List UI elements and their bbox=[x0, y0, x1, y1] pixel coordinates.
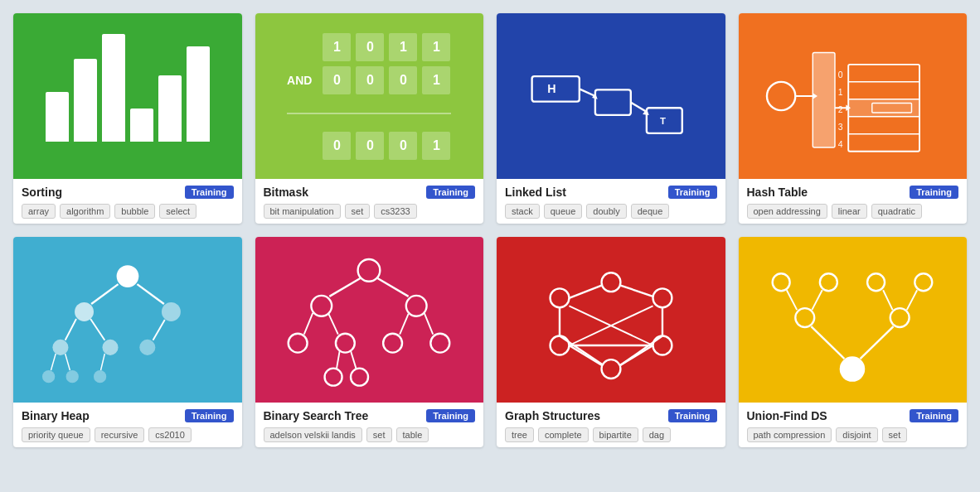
bitmask-r3c2: 0 bbox=[356, 132, 384, 160]
card-linked-list-footer: Linked List Training stack queue doubly … bbox=[497, 179, 725, 224]
bitmask-r2c2: 0 bbox=[356, 66, 384, 94]
tag-array[interactable]: array bbox=[22, 204, 56, 219]
tag-table[interactable]: table bbox=[396, 427, 429, 442]
svg-line-68 bbox=[620, 286, 653, 297]
card-graph-footer: Graph Structures Training tree complete … bbox=[497, 403, 725, 447]
bar-6 bbox=[187, 46, 210, 142]
tag-dag[interactable]: dag bbox=[643, 427, 671, 442]
card-sorting-title: Sorting bbox=[22, 186, 62, 199]
binary-heap-svg bbox=[25, 241, 230, 398]
card-bitmask[interactable]: 1 0 1 1 AND 0 0 0 1 0 0 0 1 bbox=[255, 13, 484, 224]
tag-quadratic[interactable]: quadratic bbox=[871, 204, 922, 219]
svg-line-90 bbox=[907, 290, 917, 310]
tag-priority-queue[interactable]: priority queue bbox=[22, 427, 90, 442]
tag-set2[interactable]: set bbox=[882, 427, 908, 442]
svg-line-54 bbox=[329, 314, 338, 335]
tag-bubble[interactable]: bubble bbox=[114, 204, 155, 219]
hash-table-svg: 0 1 2 3 4 bbox=[750, 22, 955, 171]
tag-recursive[interactable]: recursive bbox=[95, 427, 145, 442]
card-binary-heap-footer: Binary Heap Training priority queue recu… bbox=[13, 403, 242, 447]
card-union-find-badge: Training bbox=[910, 409, 958, 422]
svg-point-46 bbox=[406, 296, 427, 316]
tag-select[interactable]: select bbox=[159, 204, 196, 219]
tag-disjoint[interactable]: disjoint bbox=[836, 427, 877, 442]
svg-point-27 bbox=[116, 265, 138, 287]
card-graph[interactable]: Graph Structures Training tree complete … bbox=[497, 237, 725, 447]
tag-doubly[interactable]: doubly bbox=[586, 204, 626, 219]
svg-point-78 bbox=[840, 356, 866, 382]
tag-open-addressing[interactable]: open addressing bbox=[747, 204, 827, 219]
tag-algorithm[interactable]: algorithm bbox=[60, 204, 110, 219]
card-binary-heap-badge: Training bbox=[185, 409, 234, 422]
card-hash-table[interactable]: 0 1 2 3 4 Hash Table Training bbox=[739, 13, 968, 224]
svg-rect-10 bbox=[813, 53, 836, 147]
card-bitmask-tags: bit manipulation set cs3233 bbox=[264, 204, 476, 219]
svg-point-51 bbox=[383, 334, 402, 353]
svg-point-62 bbox=[601, 273, 620, 292]
card-graph-image bbox=[497, 237, 725, 403]
tag-path-compression[interactable]: path compression bbox=[747, 427, 832, 442]
card-hash-table-title: Hash Table bbox=[747, 186, 808, 199]
graph-svg bbox=[508, 241, 714, 398]
card-linked-list[interactable]: H T Linked List Training stack queue bbox=[497, 13, 725, 224]
svg-line-87 bbox=[787, 290, 797, 310]
tag-bit-manipulation[interactable]: bit manipulation bbox=[264, 204, 341, 219]
tag-bipartite[interactable]: bipartite bbox=[593, 427, 638, 442]
card-bst[interactable]: Binary Search Tree Training adelson vels… bbox=[255, 237, 484, 447]
svg-point-29 bbox=[162, 302, 181, 321]
svg-point-52 bbox=[431, 334, 450, 353]
svg-line-42 bbox=[65, 354, 70, 370]
bitmask-r3c3: 0 bbox=[389, 132, 417, 160]
bitmask-r3c1: 0 bbox=[323, 132, 351, 160]
tag-queue[interactable]: queue bbox=[544, 204, 583, 219]
tag-cs2010[interactable]: cs2010 bbox=[148, 427, 191, 442]
tag-avl[interactable]: adelson velskii landis bbox=[264, 427, 362, 442]
svg-point-32 bbox=[52, 340, 68, 355]
card-linked-list-badge: Training bbox=[668, 186, 717, 199]
bar-1 bbox=[46, 92, 69, 142]
card-bitmask-badge: Training bbox=[426, 186, 475, 199]
bar-5 bbox=[158, 75, 182, 142]
card-union-find-title: Union-Find DS bbox=[747, 409, 827, 422]
tag-deque[interactable]: deque bbox=[631, 204, 670, 219]
card-linked-list-tags: stack queue doubly deque bbox=[505, 204, 717, 219]
card-bitmask-title-row: Bitmask Training bbox=[264, 186, 476, 199]
svg-text:2: 2 bbox=[838, 105, 843, 114]
bitmask-r1c2: 0 bbox=[356, 33, 384, 61]
svg-point-34 bbox=[139, 340, 155, 355]
card-hash-table-image: 0 1 2 3 4 bbox=[739, 13, 968, 179]
tag-set[interactable]: set bbox=[345, 204, 371, 219]
card-union-find-tags: path compression disjoint set bbox=[747, 427, 959, 442]
svg-point-66 bbox=[601, 359, 620, 379]
svg-point-28 bbox=[75, 302, 94, 321]
tag-tree[interactable]: tree bbox=[505, 427, 534, 442]
card-linked-list-title-row: Linked List Training bbox=[505, 186, 717, 199]
svg-point-84 bbox=[820, 273, 837, 291]
svg-point-61 bbox=[550, 288, 569, 307]
svg-text:1: 1 bbox=[838, 88, 843, 97]
card-bst-tags: adelson velskii landis set table bbox=[264, 427, 476, 442]
card-binary-heap-image bbox=[13, 237, 242, 403]
bar-4 bbox=[130, 109, 153, 142]
svg-line-43 bbox=[100, 354, 104, 370]
svg-line-71 bbox=[569, 345, 601, 365]
tag-stack[interactable]: stack bbox=[505, 204, 540, 219]
card-binary-heap[interactable]: Binary Heap Training priority queue recu… bbox=[13, 237, 242, 447]
card-sorting-tags: array algorithm bubble select bbox=[22, 204, 234, 219]
svg-line-60 bbox=[351, 351, 357, 369]
tag-set[interactable]: set bbox=[366, 427, 392, 442]
svg-point-86 bbox=[915, 273, 933, 291]
svg-line-5 bbox=[580, 89, 595, 96]
svg-point-58 bbox=[351, 369, 368, 386]
tag-linear[interactable]: linear bbox=[832, 204, 867, 219]
card-graph-tags: tree complete bipartite dag bbox=[505, 427, 717, 442]
svg-text:3: 3 bbox=[838, 123, 843, 132]
svg-text:T: T bbox=[660, 116, 666, 126]
card-union-find[interactable]: Union-Find DS Training path compression … bbox=[739, 237, 968, 447]
card-sorting[interactable]: Sorting Training array algorithm bubble … bbox=[13, 13, 242, 224]
tag-complete[interactable]: complete bbox=[538, 427, 589, 442]
card-bst-image bbox=[255, 237, 484, 403]
tag-cs3233[interactable]: cs3233 bbox=[374, 204, 416, 219]
svg-line-89 bbox=[883, 290, 892, 310]
svg-point-83 bbox=[773, 273, 790, 291]
